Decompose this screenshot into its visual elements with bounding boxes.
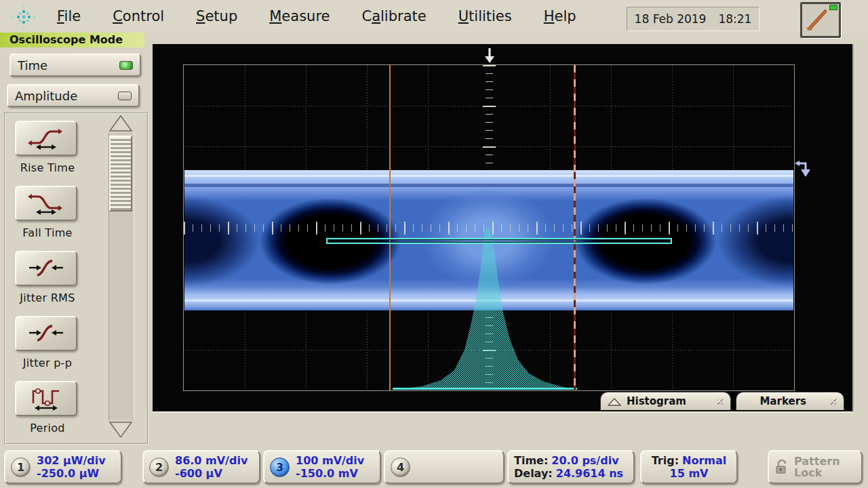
marker-drag-handle-icon[interactable] <box>794 159 813 180</box>
scroll-down-icon <box>107 420 134 439</box>
menu-file[interactable]: File <box>57 8 81 24</box>
channel-3-offset: -150.0 mV <box>296 467 364 480</box>
channel-1-badge: 1 <box>11 458 31 477</box>
scrollbar-thumb[interactable] <box>109 136 132 211</box>
menu-calibrate[interactable]: Calibrate <box>361 8 426 24</box>
amplitude-led-icon <box>118 92 132 100</box>
menu-utilities[interactable]: Utilities <box>458 8 512 24</box>
waveform-display: Histogram ✕ Markers ✕ <box>153 44 854 413</box>
trigger-mode: Normal <box>682 454 726 467</box>
scroll-up-button[interactable] <box>107 114 134 133</box>
pattern-lock-line1: Pattern <box>794 455 840 467</box>
channel-3-badge: 3 <box>270 458 290 477</box>
jitter-pp-button[interactable] <box>15 316 77 351</box>
channel-3-button[interactable]: 3 100 mV/div -150.0 mV <box>263 450 381 484</box>
menu-items: File Control Setup Measure Calibrate Uti… <box>57 0 576 33</box>
delay-value: 24.9614 ns <box>556 467 623 480</box>
channel-4-button[interactable]: 4 <box>384 450 505 484</box>
jitter-rms-label: Jitter RMS <box>1 291 94 304</box>
trigger-level: 15 mV <box>670 467 709 480</box>
rise-time-button[interactable] <box>15 121 77 156</box>
channel-1-scale: 302 µW/div <box>37 454 106 467</box>
instrument-screen: File Control Setup Measure Calibrate Uti… <box>0 0 868 488</box>
histogram-baseline <box>393 388 577 390</box>
jitter-rms-icon <box>26 256 66 281</box>
tab-histogram[interactable]: Histogram ✕ <box>600 392 731 410</box>
trigger-position-arrow-icon <box>483 48 496 64</box>
tab-histogram-label: Histogram <box>627 395 686 407</box>
jitter-pp-label: Jitter p-p <box>1 357 94 369</box>
graticule <box>183 64 795 391</box>
timebase-button[interactable]: Time:20.0 ps/div Delay:24.9614 ns <box>507 450 635 484</box>
period-button[interactable] <box>15 381 77 416</box>
triangle-up-icon <box>608 397 621 406</box>
time-led-icon <box>119 61 133 70</box>
menu-setup[interactable]: Setup <box>196 8 237 24</box>
rise-time-label: Rise Time <box>1 161 94 174</box>
fall-time-icon <box>26 191 66 216</box>
time-text: 18:21 <box>718 12 751 26</box>
menu-bar: File Control Setup Measure Calibrate Uti… <box>0 0 868 33</box>
scroll-up-icon <box>107 114 134 133</box>
channel-3-scale: 100 mV/div <box>296 454 364 467</box>
pattern-lock-line2: Lock <box>794 467 840 479</box>
tab-markers[interactable]: Markers ✕ <box>736 392 844 410</box>
time-value: 20.0 ps/div <box>551 454 618 467</box>
tab-histogram-close-icon[interactable]: ✕ <box>715 395 724 407</box>
trigger-button[interactable]: Trig:Normal 15 mV <box>640 450 738 484</box>
menu-measure[interactable]: Measure <box>269 8 330 24</box>
marker-1-line[interactable] <box>389 65 391 390</box>
menu-help[interactable]: Help <box>544 8 576 24</box>
jitter-rms-button[interactable] <box>15 251 77 286</box>
touchscreen-led-icon <box>829 5 837 10</box>
padlock-open-icon <box>774 459 789 475</box>
scroll-down-button[interactable] <box>107 420 134 439</box>
channel-1-offset: -250.0 µW <box>37 467 106 480</box>
tab-markers-close-icon[interactable]: ✕ <box>828 395 837 407</box>
date-text: 18 Feb 2019 <box>635 12 707 26</box>
pattern-lock-button: Pattern Lock <box>768 450 863 484</box>
channel-1-button[interactable]: 1 302 µW/div -250.0 µW <box>4 450 122 484</box>
histogram-bell <box>393 227 576 390</box>
jitter-pp-icon <box>26 321 66 346</box>
channel-2-button[interactable]: 2 86.0 mV/div -600 µV <box>142 450 260 484</box>
channel-2-offset: -600 µV <box>175 467 248 480</box>
menu-control[interactable]: Control <box>113 8 164 24</box>
histogram-window-box[interactable] <box>326 238 672 244</box>
time-mode-label: Time <box>18 58 47 73</box>
touchscreen-button[interactable] <box>800 2 841 38</box>
marker-2-dashed-line[interactable] <box>574 65 576 390</box>
amplitude-mode-label: Amplitude <box>15 89 77 103</box>
rise-time-icon <box>26 126 66 150</box>
delay-label: Delay: <box>514 467 553 480</box>
trigger-label: Trig: <box>652 454 679 467</box>
period-icon <box>26 386 66 411</box>
mode-title: Oscilloscope Mode <box>9 33 123 46</box>
mode-header: Oscilloscope Mode <box>0 33 144 47</box>
fall-time-label: Fall Time <box>1 226 94 239</box>
time-mode-button[interactable]: Time <box>9 54 141 77</box>
tab-markers-label: Markers <box>760 395 806 407</box>
amplitude-mode-button[interactable]: Amplitude <box>7 84 140 107</box>
time-label: Time: <box>514 454 548 467</box>
agilent-spark-logo <box>7 3 41 33</box>
channel-2-badge: 2 <box>149 458 169 477</box>
fall-time-button[interactable] <box>15 186 77 221</box>
jitter-histogram <box>184 66 793 390</box>
period-label: Period <box>1 422 94 434</box>
channel-4-badge: 4 <box>391 458 410 477</box>
datetime-display: 18 Feb 2019 18:21 <box>627 7 760 31</box>
channel-2-scale: 86.0 mV/div <box>175 454 248 467</box>
